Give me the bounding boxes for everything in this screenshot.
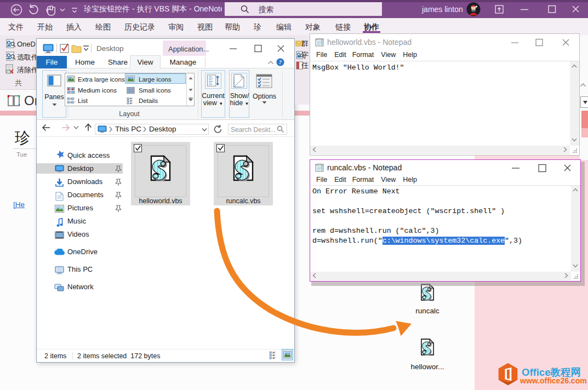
svg-text:?: ? <box>279 59 282 65</box>
